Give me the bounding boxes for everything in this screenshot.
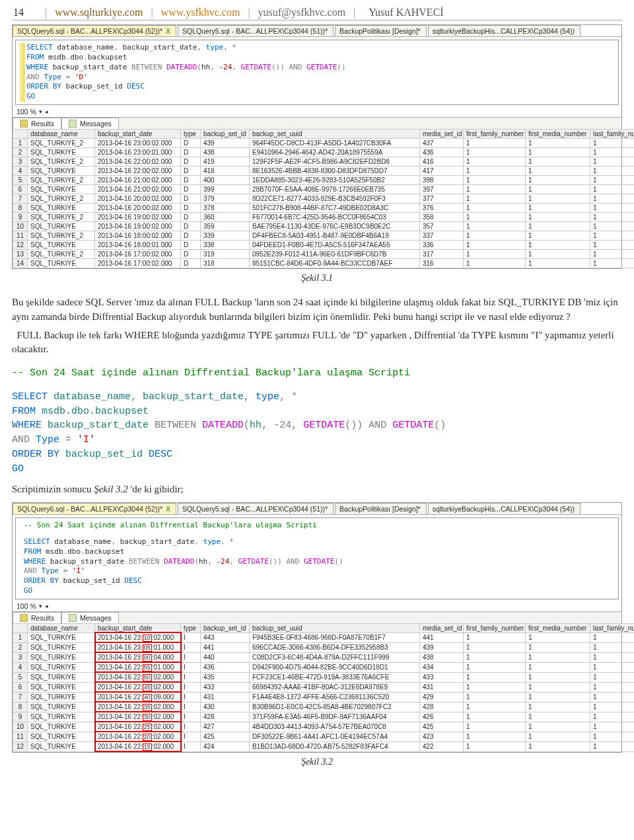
table-row[interactable]: 5SQL_TURKIYE2013-04-16 22:50:02.000I435F… xyxy=(13,672,635,682)
cell: SQL_TURKIYE xyxy=(28,632,95,642)
cell: 1 xyxy=(526,194,590,204)
cell: 2013-04-16 19:00:02.000 xyxy=(95,213,181,222)
close-icon[interactable]: X xyxy=(166,505,170,513)
table-row[interactable]: 11SQL_TURKIYE2013-04-16 22:20:02.000I425… xyxy=(13,732,635,742)
table-row[interactable]: 3SQL_TURKIYE_22013-04-16 22:00:02.000D41… xyxy=(13,157,635,167)
col-header[interactable]: backup_start_date xyxy=(95,130,181,139)
cell: 1 xyxy=(590,632,635,642)
cell: 1 xyxy=(464,139,526,148)
header-email: yusuf@ysfkhvc.com xyxy=(258,7,346,19)
table-row[interactable]: 12SQL_TURKIYE2013-04-16 18:00:01.000D338… xyxy=(13,241,635,250)
table-row[interactable]: 13SQL_TURKIYE_22013-04-16 17:00:02.000D3… xyxy=(13,250,635,259)
ssms-screenshot-1: SQLQuery6.sql - BAC...ALLPEX\Cp3044 (52)… xyxy=(12,24,622,269)
cell: 360 xyxy=(201,213,250,222)
col-header[interactable]: backup_set_uuid xyxy=(250,130,420,139)
table-row[interactable]: 10SQL_TURKIYE2013-04-16 19:00:02.000D359… xyxy=(13,222,635,231)
editor-tab[interactable]: SQLQuery5.sql - BAC...ALLPEX\Cp3044 (51)… xyxy=(178,25,334,36)
tab-messages[interactable]: Messages xyxy=(61,118,119,129)
table-row[interactable]: 1SQL_TURKIYE_22013-04-16 23:00:02.000D43… xyxy=(13,139,635,148)
cell: 359 xyxy=(201,222,250,231)
table-row[interactable]: 7SQL_TURKIYE2013-04-16 22:40:09.000I431F… xyxy=(13,692,635,702)
table-row[interactable]: 2SQL_TURKIYE2013-04-16 23:05:01.000I4416… xyxy=(13,642,635,652)
result-grid-1[interactable]: database_namebackup_start_datetypebackup… xyxy=(13,129,634,268)
cell: I xyxy=(181,642,201,652)
table-row[interactable]: 6SQL_TURKIYE2013-04-16 21:00:02.000D3992… xyxy=(13,185,635,194)
body-para-1: Bu şekilde sadece SQL Server 'ımız da al… xyxy=(12,295,622,325)
table-row[interactable]: 4SQL_TURKIYE2013-04-16 22:55:01.000I436D… xyxy=(13,662,635,672)
table-row[interactable]: 8SQL_TURKIYE2013-04-16 22:35:02.000I430B… xyxy=(13,702,635,712)
editor-tab[interactable]: SQLQuery6.sql - BAC...ALLPEX\Cp3044 (52)… xyxy=(13,25,176,36)
table-row[interactable]: 11SQL_TURKIYE_22013-04-16 18:00:02.000D3… xyxy=(13,231,635,241)
cell: 1 xyxy=(526,222,590,231)
editor-tab[interactable]: sqlturkiyeBackupHis...CALLPEX\Cp3044 (54… xyxy=(428,25,581,36)
cell: 436 xyxy=(201,662,250,672)
cell: D xyxy=(181,167,201,176)
cell: SQL_TURKIYE xyxy=(28,732,95,742)
col-header[interactable]: type xyxy=(181,130,201,139)
table-row[interactable]: 1SQL_TURKIYE2013-04-16 23:10:02.000I443F… xyxy=(13,632,635,642)
cell: I xyxy=(181,702,201,712)
table-row[interactable]: 5SQL_TURKIYE_22013-04-16 21:00:02.000D40… xyxy=(13,176,635,185)
cell: SQL_TURKIYE xyxy=(28,204,95,213)
col-header[interactable]: media_set_id xyxy=(420,130,464,139)
cell: 2013-04-16 22:30:02.000 xyxy=(95,712,181,722)
cell: 378 xyxy=(201,204,250,213)
cell: 1 xyxy=(590,662,635,672)
result-tabs: Results Messages xyxy=(13,117,621,129)
table-row[interactable]: 9SQL_TURKIYE_22013-04-16 19:00:02.000D36… xyxy=(13,213,635,222)
table-row[interactable]: 2SQL_TURKIYE2013-04-16 23:00:01.000D438E… xyxy=(13,148,635,157)
cell: 1 xyxy=(590,194,635,204)
table-row[interactable]: 7SQL_TURKIYE_22013-04-16 20:00:02.000D37… xyxy=(13,194,635,204)
close-icon[interactable]: X xyxy=(166,27,170,35)
table-row[interactable]: 6SQL_TURKIYE2013-04-16 22:45:02.000I4336… xyxy=(13,682,635,692)
editor-tab[interactable]: SQLQuery5.sql - BAC...ALLPEX\Cp3044 (51)… xyxy=(178,503,334,514)
sql-line: ORDER BY backup_set_id DESC xyxy=(26,82,614,92)
col-header[interactable]: first_media_number xyxy=(526,623,590,632)
tab-results[interactable]: Results xyxy=(13,118,61,129)
table-row[interactable]: 9SQL_TURKIYE2013-04-16 22:30:02.000I4283… xyxy=(13,712,635,722)
col-header[interactable]: database_name xyxy=(28,623,95,632)
cell: 1 xyxy=(526,167,590,176)
editor-tab[interactable]: BackupPolitikası [Design]* xyxy=(335,503,427,514)
col-header[interactable]: last_family_number xyxy=(590,130,635,139)
cell: 1 xyxy=(590,732,635,742)
result-grid-2[interactable]: database_namebackup_start_datetypebackup… xyxy=(13,623,634,752)
cell: 417 xyxy=(420,167,464,176)
link-ysfkhvc[interactable]: www.ysfkhvc.com xyxy=(161,7,240,19)
table-row[interactable]: 10SQL_TURKIYE2013-04-16 22:25:02.000I427… xyxy=(13,722,635,732)
zoom-bar-2[interactable]: 100 % ▾ ◂ xyxy=(13,601,621,611)
col-header[interactable]: backup_set_id xyxy=(201,623,250,632)
page-number: 14 xyxy=(13,7,37,19)
table-row[interactable]: 3SQL_TURKIYE2013-04-16 23:00:04.000I440C… xyxy=(13,652,635,662)
table-row[interactable]: 14SQL_TURKIYE2013-04-16 17:00:02.000D318… xyxy=(13,259,635,268)
table-row[interactable]: 8SQL_TURKIYE2013-04-16 20:00:02.000D3785… xyxy=(13,204,635,213)
cell: SQL_TURKIYE xyxy=(28,167,95,176)
cell: 1 xyxy=(464,732,526,742)
table-row[interactable]: 4SQL_TURKIYE2013-04-16 22:00:02.000D4188… xyxy=(13,167,635,176)
header-author: Yusuf KAHVECİ xyxy=(363,7,443,19)
cell: 427 xyxy=(201,722,250,732)
editor-tab[interactable]: BackupPolitikası [Design]* xyxy=(335,25,427,36)
tab-results[interactable]: Results xyxy=(13,612,61,623)
col-header[interactable]: backup_set_id xyxy=(201,130,250,139)
col-header[interactable]: backup_start_date xyxy=(95,623,181,632)
editor-tab[interactable]: sqlturkiyeBackupHis...CALLPEX\Cp3044 (54… xyxy=(428,503,581,514)
col-header[interactable]: last_family_number xyxy=(590,623,635,632)
col-header[interactable]: first_family_number xyxy=(464,623,526,632)
sql-line: FROM msdb.dbo.backupset xyxy=(24,547,614,557)
col-header[interactable]: first_media_number xyxy=(526,130,590,139)
table-row[interactable]: 12SQL_TURKIYE2013-04-16 22:15:02.000I424… xyxy=(13,742,635,751)
tab-messages[interactable]: Messages xyxy=(61,612,119,623)
cell: D xyxy=(181,231,201,241)
zoom-bar[interactable]: 100 % ▾ ◂ xyxy=(13,106,621,117)
cell: 1 xyxy=(464,194,526,204)
col-header[interactable]: type xyxy=(181,623,201,632)
editor-tab[interactable]: SQLQuery6.sql - BAC...ALLPEX\Cp3044 (52)… xyxy=(13,503,176,514)
link-sqlturkiye[interactable]: www.sqlturkiye.com xyxy=(55,7,143,19)
col-header[interactable]: database_name xyxy=(28,130,95,139)
cell: SQL_TURKIYE xyxy=(28,702,95,712)
col-header[interactable]: first_family_number xyxy=(464,130,526,139)
col-header[interactable]: media_set_id xyxy=(420,623,464,632)
col-header[interactable]: backup_set_uuid xyxy=(250,623,420,632)
cell: 422 xyxy=(420,742,464,751)
